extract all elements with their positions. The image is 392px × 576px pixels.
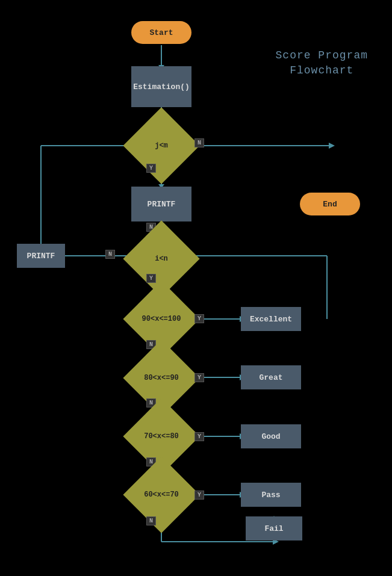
printf2-node: PRINTF bbox=[17, 244, 65, 268]
cond1-y-label: Y bbox=[194, 314, 204, 323]
svg-marker-5 bbox=[329, 143, 335, 149]
estimation-node: Estimation() bbox=[131, 66, 191, 107]
excellent-node: Excellent bbox=[241, 307, 301, 331]
great-node: Great bbox=[241, 365, 301, 389]
cond4-y-label: Y bbox=[194, 491, 204, 500]
end-node: End bbox=[300, 193, 360, 215]
pass-node: Pass bbox=[241, 483, 301, 507]
printf1-node: PRINTF bbox=[131, 187, 191, 221]
iln-n-label: N bbox=[105, 250, 115, 259]
iln-diamond: i<n bbox=[134, 240, 188, 278]
start-node: Start bbox=[131, 21, 191, 44]
cond1-diamond: 90<x<=100 bbox=[131, 300, 191, 338]
flowchart: Score Program Flowchart bbox=[0, 0, 392, 576]
good-node: Good bbox=[241, 424, 301, 448]
chart-title: Score Program Flowchart bbox=[276, 48, 368, 78]
cond4-n-label: N bbox=[146, 516, 156, 525]
connector-lines bbox=[0, 0, 392, 576]
cond3-y-label: Y bbox=[194, 432, 204, 441]
cond2-y-label: Y bbox=[194, 373, 204, 382]
cond3-diamond: 70<x<=80 bbox=[131, 417, 191, 456]
iln-y-label: Y bbox=[146, 274, 156, 283]
jlm-n-label: N bbox=[194, 138, 204, 147]
fail-node: Fail bbox=[246, 516, 302, 540]
cond2-diamond: 80<x<=90 bbox=[131, 359, 191, 397]
jlm-diamond: j<m bbox=[134, 126, 188, 165]
jlm-y-label: Y bbox=[146, 164, 156, 173]
cond4-diamond: 60<x<=70 bbox=[131, 475, 191, 514]
